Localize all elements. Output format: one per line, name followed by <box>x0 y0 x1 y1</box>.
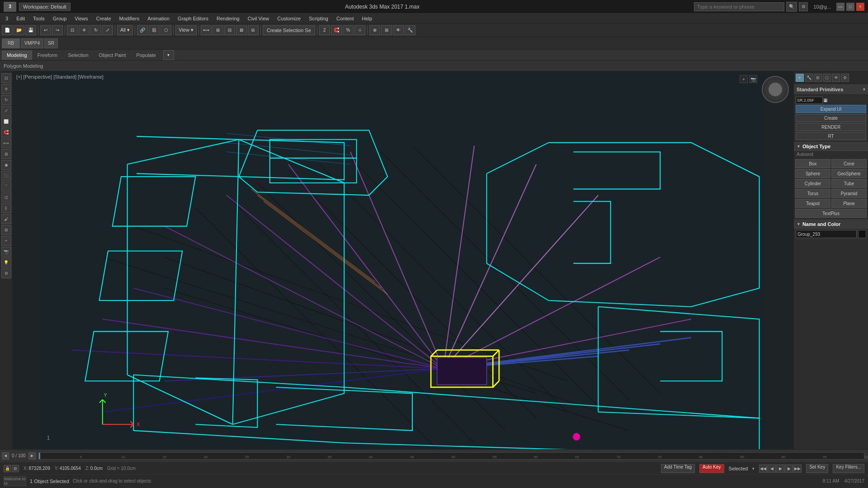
set-key-button[interactable]: Set Key <box>806 464 828 473</box>
tab-freeform[interactable]: Freeform <box>33 51 63 60</box>
maximize-button[interactable]: □ <box>846 3 854 11</box>
geosphere-button[interactable]: GeoSphere <box>831 169 867 178</box>
select-tool[interactable]: ⊡ <box>1 73 11 83</box>
utility-button[interactable]: 🔧 <box>405 25 415 35</box>
rt-button[interactable]: RT <box>796 132 866 140</box>
align-button[interactable]: ⊞ <box>212 25 223 35</box>
helper-tool[interactable]: + <box>1 236 11 246</box>
modify-panel-icon[interactable]: 🔧 <box>805 74 813 82</box>
align-tool[interactable]: ⊞ <box>1 149 11 159</box>
next-frame-button[interactable]: ▶ <box>28 452 36 460</box>
create-selection-set[interactable]: Create Selection Se <box>263 25 315 35</box>
tab-selection[interactable]: Selection <box>63 51 93 60</box>
pyramid-button[interactable]: Pyramid <box>831 189 867 198</box>
minimize-button[interactable]: — <box>836 3 844 11</box>
pivot-button[interactable]: ⊕ <box>369 25 380 35</box>
menu-item-animation[interactable]: Animation <box>144 15 173 22</box>
tab-modeling[interactable]: Modeling <box>2 51 32 60</box>
vmpp-button[interactable]: VMPP4 <box>21 38 43 48</box>
cursor-button[interactable]: ⊹ <box>354 25 365 35</box>
move-button[interactable]: ✛ <box>79 25 90 35</box>
object-type-header[interactable]: ▼ Object Type <box>794 142 868 151</box>
search-icon[interactable]: 🔍 <box>786 2 797 12</box>
cone-button[interactable]: Cone <box>831 159 867 168</box>
next-key-button[interactable]: ▶ <box>785 465 793 473</box>
unlink-button[interactable]: ⛓ <box>149 25 160 35</box>
render-button[interactable]: RENDER <box>796 123 866 131</box>
color-swatch[interactable] <box>858 230 866 238</box>
curve-tool[interactable]: ⌒ <box>1 182 11 192</box>
paint-tool[interactable]: 🖌 <box>1 214 11 224</box>
system-tool[interactable]: ⚙ <box>1 268 11 278</box>
prev-frame-button[interactable]: ◀ <box>2 452 9 460</box>
textplus-button[interactable]: TextPlus <box>795 209 867 218</box>
tab-expand-button[interactable]: ▾ <box>163 50 174 60</box>
options-icon[interactable]: ⚙ <box>799 2 808 11</box>
hierarchy-button[interactable]: ⊞ <box>381 25 392 35</box>
utility-panel-icon[interactable]: ⚙ <box>841 74 849 82</box>
bind-button[interactable]: ⬡ <box>160 25 171 35</box>
menu-item-group[interactable]: Group <box>49 15 71 22</box>
bone-tool[interactable]: ⌬ <box>1 192 11 202</box>
create-panel-icon[interactable]: ✦ <box>796 74 804 82</box>
render-frame-button[interactable]: RB <box>2 38 20 48</box>
box-button[interactable]: Box <box>795 159 830 168</box>
display-panel-icon[interactable]: 👁 <box>832 74 840 82</box>
name-color-header[interactable]: ▼ Name and Color <box>794 220 868 229</box>
torus-button[interactable]: Torus <box>795 189 830 198</box>
viewport-nav-gizmo[interactable] <box>762 76 789 103</box>
sr-value-input[interactable] <box>796 97 823 104</box>
menu-item-customize[interactable]: Customize <box>274 15 304 22</box>
app-menu-button[interactable]: 3 <box>4 2 16 12</box>
selected-dropdown[interactable]: ▾ <box>752 466 755 471</box>
redo-button[interactable]: ↪ <box>52 25 63 35</box>
key-filters-button[interactable]: Key Filters... <box>833 464 864 473</box>
link-button[interactable]: 🔗 <box>137 25 148 35</box>
clone-button[interactable]: ⧉ <box>248 25 259 35</box>
sr-button[interactable]: SR <box>44 38 58 48</box>
tab-object-paint[interactable]: Object Paint <box>94 51 131 60</box>
snap-button-2[interactable]: 🧲 <box>331 25 342 35</box>
array-button[interactable]: ⊟ <box>224 25 235 35</box>
save-file-button[interactable]: 💾 <box>25 25 36 35</box>
material-tool[interactable]: ◉ <box>1 160 11 170</box>
mirror-tool[interactable]: ⟺ <box>1 138 11 148</box>
add-time-tag-button[interactable]: Add Time Tag <box>661 464 695 473</box>
cylinder-button[interactable]: Cylinder <box>795 179 830 188</box>
scale-tool[interactable]: ⤢ <box>1 106 11 116</box>
play-button[interactable]: ▶ <box>776 465 784 473</box>
hierarchy-panel-icon[interactable]: ⊞ <box>814 74 822 82</box>
menu-item-content[interactable]: Content <box>333 15 358 22</box>
teapot-button[interactable]: Teapot <box>795 199 830 208</box>
light-tool[interactable]: 💡 <box>1 258 11 267</box>
render-tool[interactable]: ⬛ <box>1 171 11 181</box>
expand-ui-button[interactable]: Expand UI <box>796 105 866 113</box>
display-button[interactable]: 👁 <box>393 25 404 35</box>
menu-item-3[interactable]: 3 <box>2 15 12 22</box>
scale-button[interactable]: ⤢ <box>102 25 113 35</box>
menu-item-create[interactable]: Create <box>93 15 115 22</box>
create-button[interactable]: Create <box>796 114 866 122</box>
menu-item-civil-view[interactable]: Civil View <box>244 15 273 22</box>
new-file-button[interactable]: 📄 <box>2 25 13 35</box>
viewport-camera-button[interactable]: 📷 <box>749 75 757 83</box>
viewport-3d[interactable]: [+] [Perspective] [Standard] [Wireframe] <box>13 71 793 449</box>
move-tool[interactable]: ✛ <box>1 84 11 94</box>
selection-lock-icon[interactable]: 🔒 <box>4 465 11 472</box>
snap-tool[interactable]: 🧲 <box>1 127 11 137</box>
menu-item-graph-editors[interactable]: Graph Editors <box>174 15 212 22</box>
viewport-maximize-button[interactable]: + <box>740 75 748 83</box>
menu-item-tools[interactable]: Tools <box>29 15 48 22</box>
menu-item-help[interactable]: Help <box>359 15 376 22</box>
menu-item-rendering[interactable]: Rendering <box>213 15 243 22</box>
sphere-button[interactable]: Sphere <box>795 169 830 178</box>
percent-button[interactable]: % <box>343 25 354 35</box>
grid-tool[interactable]: ⊞ <box>1 225 11 235</box>
last-frame-button[interactable]: ▶▶ <box>793 465 802 473</box>
tab-populate[interactable]: Populate <box>131 51 160 60</box>
std-primitives-dropdown[interactable]: ▾ <box>863 87 865 92</box>
biped-tool[interactable]: 🚶 <box>1 203 11 213</box>
open-file-button[interactable]: 📂 <box>14 25 24 35</box>
menu-item-scripting[interactable]: Scripting <box>305 15 332 22</box>
prev-key-button[interactable]: ◀ <box>768 465 776 473</box>
